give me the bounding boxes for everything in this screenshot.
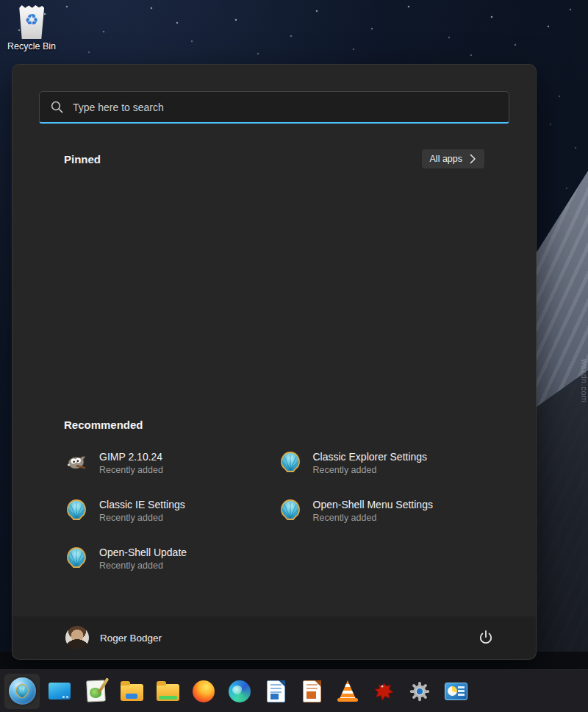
recommended-item-title: Open-Shell Menu Settings [313,499,433,510]
file-explorer-folder-icon [121,684,143,701]
open-shell-start-icon [9,677,36,705]
start-button[interactable] [4,674,40,709]
all-apps-button[interactable]: All apps [422,149,484,168]
recommended-item-gimp[interactable]: GIMP 2.10.24 Recently added [65,448,279,477]
pinned-section-title: Pinned [64,153,101,165]
taskbar-item-libreoffice-impress[interactable] [295,675,328,708]
classic-shell-icon [279,451,302,474]
settings-gear-icon [409,680,431,702]
recommended-item-open-shell-menu-settings[interactable]: Open-Shell Menu Settings Recently added [279,496,492,525]
recommended-item-title: Classic Explorer Settings [313,451,428,463]
power-icon [477,629,495,647]
user-account-button[interactable]: Roger Bodger [65,626,162,649]
taskbar-item-edge[interactable] [223,675,256,708]
edge-icon [229,680,251,702]
recycle-symbol-icon: ♻ [18,13,46,28]
recommended-item-classic-ie-settings[interactable]: Classic IE Settings Recently added [65,496,279,525]
recommended-item-title: GIMP 2.10.24 [99,451,163,463]
starfield [0,0,1,1]
recommended-item-classic-explorer-settings[interactable]: Classic Explorer Settings Recently added [279,448,492,477]
recycle-bin-desktop-icon[interactable]: ♻ Recycle Bin [3,4,60,51]
taskbar-item-vlc[interactable] [331,675,364,708]
libreoffice-writer-icon [267,680,285,702]
taskbar: wsxdn.com [0,669,588,712]
image-editor-icon [86,680,105,702]
user-name: Roger Bodger [100,633,162,644]
taskbar-item-file-explorer[interactable] [115,675,148,708]
taskbar-item-libreoffice-writer[interactable] [259,675,292,708]
taskbar-item-image-editor[interactable] [79,675,112,708]
start-menu-panel: Pinned All apps Recommended GIMP 2.10.24… [12,64,537,660]
taskbar-item-documents-folder[interactable] [151,675,184,708]
recommended-item-subtitle: Recently added [313,465,428,475]
all-apps-label: All apps [430,154,462,164]
taskbar-item-firefox[interactable] [187,675,220,708]
classic-shell-icon [279,499,302,522]
recommended-item-open-shell-update[interactable]: Open-Shell Update Recently added [65,544,279,573]
classic-shell-icon [65,547,88,570]
libreoffice-impress-icon [303,680,321,702]
chevron-right-icon [470,154,476,164]
recommended-item-title: Open-Shell Update [99,547,187,558]
taskbar-item-window[interactable] [43,675,76,708]
taskbar-item-system-monitor[interactable] [440,675,472,708]
recommended-item-subtitle: Recently added [313,513,433,523]
recycle-bin-label: Recycle Bin [3,41,60,51]
vlc-cone-icon [337,680,358,702]
user-bar: Roger Bodger [12,616,536,659]
recommended-item-title: Classic IE Settings [99,499,185,510]
power-button[interactable] [471,623,501,652]
taskbar-item-red-app[interactable] [368,675,400,708]
classic-shell-icon [65,499,88,522]
watermark-side-text: wsxdn.com [580,359,588,403]
recommended-grid: GIMP 2.10.24 Recently added Classic Expl… [65,448,492,573]
blue-window-icon [49,683,71,699]
recommended-item-subtitle: Recently added [99,560,187,571]
firefox-icon [193,680,215,702]
gimp-wilber-icon [65,451,88,474]
recycle-bin-icon: ♻ [18,4,46,39]
search-icon [50,100,64,114]
recommended-item-subtitle: Recently added [99,465,163,475]
documents-folder-icon [157,684,179,701]
red-creature-icon [373,680,395,702]
user-avatar [65,626,89,649]
recommended-item-subtitle: Recently added [99,513,185,523]
search-box[interactable] [39,91,509,124]
recommended-section-title: Recommended [64,419,143,431]
system-monitor-icon [445,683,467,700]
search-input[interactable] [73,102,498,113]
taskbar-item-settings[interactable] [404,675,436,708]
